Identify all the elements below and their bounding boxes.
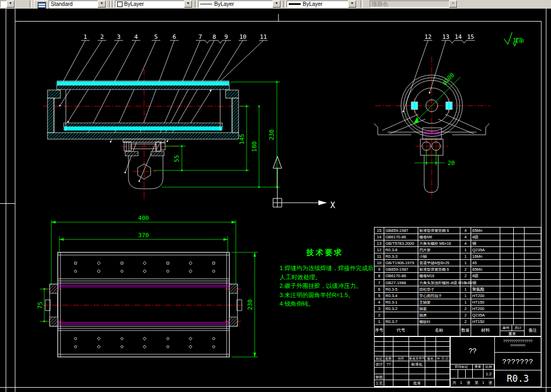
audit-label: 审核: [375, 374, 384, 381]
tech-requirements: 技术要求 1.焊缝均为连续焊缝，焊接件完成后 人工时效处理。 2.碾子外圈挂胶，…: [280, 248, 379, 308]
bom-qty: 4: [460, 240, 471, 246]
bom-seq: 4: [375, 299, 384, 305]
chevron-down-icon[interactable]: ▼: [184, 1, 192, 8]
bom-unit-weight: [500, 306, 514, 312]
sheet-cell: 第: [473, 379, 480, 387]
approve-label: 批准: [409, 380, 425, 387]
bom-remark: [525, 266, 541, 272]
linetype-icon: [200, 4, 212, 4]
chevron-down-icon[interactable]: ▼: [348, 1, 356, 8]
bom-seq: 6: [375, 286, 384, 292]
callout: 12: [424, 33, 431, 40]
text-style-combo[interactable]: Standard ▼: [49, 1, 106, 8]
toolbar-separator: [360, 1, 363, 8]
bom-remark: [525, 306, 541, 312]
bom-total-weight: [514, 234, 525, 240]
chevron-down-icon: ▼: [449, 1, 457, 8]
bom-row: 15 GB859-1987 标准型弹簧垫圈 6 4 65Mn: [375, 228, 541, 234]
callout: 10: [239, 33, 246, 40]
bom-unit-weight: [500, 240, 514, 246]
bom-code: R0.3-4: [384, 293, 418, 299]
bom-header-name: 名称: [418, 325, 460, 336]
ucs-icon: X: [273, 156, 335, 210]
lineweight-combo[interactable]: ByLayer ▼: [287, 1, 357, 8]
bom-header-code: 代号: [384, 325, 418, 336]
bom-row: 8 GB6170-86 螺母M16 2 8级: [375, 273, 541, 279]
bom-remark: [525, 286, 541, 292]
linetype-combo[interactable]: ByLayer ▼: [198, 1, 281, 8]
bom-code: GB27-1988: [384, 280, 418, 286]
chevron-down-icon[interactable]: ▼: [6, 1, 15, 8]
roller-bottom-band: [64, 127, 222, 130]
bom-unit-weight: [500, 247, 514, 253]
bom-row: 14 GB6170-86 螺母M6 4 8级: [375, 234, 541, 240]
bom-remark: [525, 280, 541, 286]
bom-remark: [525, 293, 541, 299]
stage-label: 阶段标记: [451, 365, 473, 370]
bom-name: 螺母M16: [418, 273, 460, 279]
bom-rows: 15 GB859-1987 标准型弹簧垫圈 6 4 65Mn 14 GB6170…: [375, 228, 541, 325]
x-axis-label: X: [330, 201, 335, 210]
callout: 5: [154, 33, 158, 40]
bom-seq: 2: [375, 312, 384, 318]
title-block-right: ?????????????? ?????????? ??????? R0.3: [494, 337, 541, 387]
lineweight-icon: [289, 3, 301, 5]
bom-remark: [525, 253, 541, 259]
bom-code: R0.3-7: [384, 319, 418, 325]
chevron-down-icon[interactable]: ▼: [98, 1, 106, 8]
bom-material: 钢: [471, 240, 500, 246]
chevron-down-icon[interactable]: ▼: [273, 1, 281, 8]
bom-row: 3 R0.3-2 轴套 2 HT200: [375, 306, 541, 312]
design-name: ??: [384, 361, 393, 368]
bom-unit-weight: [500, 234, 514, 240]
bom-qty: 1: [460, 293, 471, 299]
bom-material: Q235A: [471, 247, 500, 253]
toolbar-separator: [30, 1, 32, 8]
record-header: 年.月.日: [436, 356, 450, 361]
bom-total-weight: [514, 280, 525, 286]
company-cell: ?????????????? ??????????: [495, 337, 541, 353]
bom-total-weight: [514, 260, 525, 266]
plotstyle-combo-value: 随颜色: [372, 1, 388, 8]
x-axis-arrow-icon: [318, 201, 327, 205]
color-combo[interactable]: ByLayer ▼: [115, 1, 193, 8]
callout: 7: [199, 33, 202, 40]
bom-row: 2 轴承 2 Q235A: [375, 312, 541, 319]
bom-remark: [525, 319, 541, 325]
bearing-block: [411, 102, 418, 109]
callout-labels: 1 2 3 4 5 6 7 8 9 10 11 12 13 14 15: [84, 33, 474, 40]
bom-qty: 1: [460, 260, 471, 266]
scale-label: 比例: [484, 365, 494, 370]
bom-name: 主轴架: [418, 299, 460, 305]
bom-total-weight: [514, 299, 525, 305]
bom-unit-weight: [500, 299, 514, 305]
dim-230: 230: [268, 129, 275, 140]
bom-code: [384, 312, 418, 318]
layer-icon: [38, 2, 46, 9]
bom-row: 4 R0.3-1 主轴架 1 HT150: [375, 299, 541, 306]
bom-name: 标准型弹簧垫圈 6: [418, 266, 460, 272]
callout: 3: [117, 33, 121, 40]
callout: 8: [213, 33, 216, 40]
bom-unit-weight: [500, 228, 514, 233]
signature-grid: 设计 ?? 标准化 审核 工艺 批准: [375, 361, 450, 387]
bom-header-unit: 单件: [500, 325, 512, 331]
bom-seq: 14: [375, 234, 384, 240]
main-section-view: [47, 40, 268, 189]
dim-55: 55: [173, 155, 180, 162]
bom-material: Q235A: [471, 312, 500, 318]
tech-requirement-line: 1.焊缝均为连续焊缝，焊接件完成后: [280, 264, 379, 273]
record-header: 分区: [393, 356, 409, 361]
bom-seq: 10: [375, 260, 384, 266]
partial-combo[interactable]: ▼: [0, 1, 15, 8]
bom-qty: 1: [460, 286, 471, 292]
linetype-combo-value: ByLayer: [214, 1, 234, 7]
bom-qty: 2: [460, 306, 471, 312]
sheet-cell: 1: [458, 379, 464, 387]
bom-total-weight: [514, 240, 525, 246]
bom-total-weight: [514, 273, 525, 279]
bom-qty: 2: [460, 312, 471, 318]
bom-code: R0.3-2: [384, 306, 418, 312]
bom-row: 6 R0.3-5 防松垫子 1 聚氨酯: [375, 286, 541, 293]
bom-row: 7 GB27-1988 六角头加强杆螺栓-A级 M16×85 1 钢: [375, 280, 541, 286]
